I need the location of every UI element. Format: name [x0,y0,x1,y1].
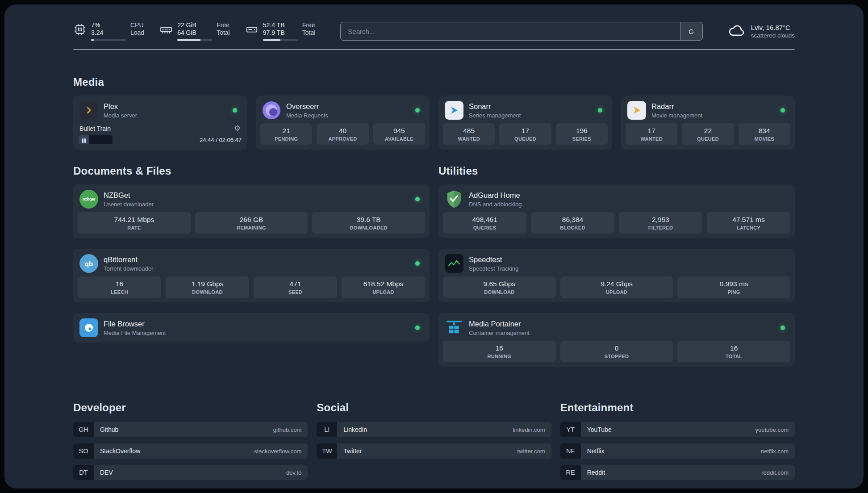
stat-label: RUNNING [445,354,554,359]
stat-value: 945 [375,127,423,135]
stat-value: 17 [627,127,676,135]
radarr-icon [627,101,646,120]
stat-value: 266 GB [197,216,306,224]
service-desc: DNS and adblocking [469,201,789,208]
search-provider-button[interactable]: G [680,22,702,40]
disk-total-value: 97.9 TB [263,29,298,37]
plex-card: Plex Media server Bullet Train ⚙ [73,96,247,150]
cpu-percent: 7% [91,21,126,29]
disk-free-value: 52.4 TB [263,21,298,29]
portainer-icon [445,318,463,337]
weather-condition: scattered clouds [751,32,795,39]
disk-total-label: Total [302,29,316,37]
service-name: File Browser [104,320,410,328]
bookmark-url: stackoverflow.com [254,448,301,455]
stat-label: QUEUED [501,136,549,142]
plex-now-playing-widget: Bullet Train ⚙ 24:44 / 02:06:47 [78,123,242,145]
utilities-section: Utilities AdGuard Home [438,150,795,377]
bookmark-url: github.com [273,426,302,433]
cpu-label: CPU [130,21,144,29]
topbar: 7% 3.24 CPU Load [73,21,795,41]
stat-box: 39.6 TB DOWNLOADED [312,212,425,234]
service-name: Media Portainer [469,320,775,328]
sonarr-service-link[interactable]: Sonarr Series management [443,100,608,123]
stat-label: FILTERED [621,225,701,230]
speedtest-service-link[interactable]: Speedtest Speedtest Tracking [443,253,790,276]
status-dot [780,326,785,330]
entertainment-section-title: Entertainment [560,401,795,414]
bookmark-dev[interactable]: DT DEV dev.to [73,465,308,480]
search-input[interactable] [341,22,680,40]
stat-box: 47.571 ms LATENCY [707,212,790,234]
adguard-service-link[interactable]: AdGuard Home DNS and adblocking [443,189,790,212]
stat-label: SERIES [558,136,606,142]
entertainment-bookmarks: Entertainment YT YouTube youtube.com NF … [560,377,795,486]
adguard-icon [445,190,463,209]
stat-value: 834 [740,127,789,135]
service-name: Plex [104,102,227,111]
stat-box: 471 SEED [254,276,337,298]
stat-value: 9.24 Gbps [562,280,672,288]
memory-total-label: Total [217,29,230,37]
nzbget-icon: nzbget [79,190,98,209]
memory-usage-bar [177,39,212,41]
stat-box: 945 AVAILABLE [373,123,425,145]
stat-box: 17 QUEUED [499,123,551,145]
portainer-service-link[interactable]: Media Portainer Container management [443,318,790,341]
overseerr-card: Overseerr Media Requests 21 PENDING 40 A… [256,96,430,150]
bookmark-reddit[interactable]: RE Reddit reddit.com [560,465,795,480]
stat-label: DOWNLOAD [445,289,554,295]
status-dot [415,108,420,113]
stat-value: 9.65 Gbps [445,280,554,288]
stat-label: REMAINING [197,225,306,230]
settings-gear-icon[interactable]: ⚙ [234,125,241,132]
service-desc: Movie management [651,112,775,119]
stat-label: STOPPED [562,354,672,359]
stat-value: 47.571 ms [709,216,789,224]
status-dot [780,108,785,113]
status-dot [415,261,420,266]
status-dot [598,108,602,113]
status-dot [415,326,420,330]
pause-button[interactable] [79,135,113,144]
overseerr-service-link[interactable]: Overseerr Media Requests [260,100,425,123]
pause-icon [82,137,86,144]
service-desc: Media Requests [286,112,410,119]
stat-box: 40 APPROVED [317,123,368,145]
disk-icon [245,23,259,38]
bookmark-name: DEV [100,469,113,476]
speedtest-card: Speedtest Speedtest Tracking 9.65 Gbps D… [438,249,795,302]
bookmark-stackoverflow[interactable]: SO StackOverflow stackoverflow.com [73,443,308,459]
sonarr-icon [445,101,463,120]
bookmark-name: Netflix [587,447,605,455]
bookmark-twitter[interactable]: TW Twitter twitter.com [317,443,551,459]
adguard-card: AdGuard Home DNS and adblocking 498,461 … [438,184,795,238]
bookmark-youtube[interactable]: YT YouTube youtube.com [560,422,795,437]
stat-value: 16 [679,344,789,352]
service-name: Sonarr [469,102,593,111]
weather-widget: Lviv, 16.87°C scattered clouds [728,23,795,39]
stat-label: WANTED [627,136,676,142]
nzbget-service-link[interactable]: nzbget NZBGet Usenet downloader [78,189,425,212]
bookmark-linkedin[interactable]: LI LinkedIn linkedin.com [317,422,551,437]
stat-label: RATE [79,225,189,230]
stat-label: LATENCY [709,225,789,230]
cpu-load-label: Load [130,29,144,37]
stat-value: 86,384 [533,216,613,224]
stat-value: 618.52 Mbps [343,280,423,288]
filebrowser-service-link[interactable]: File Browser Media File Management [78,318,425,338]
bookmark-netflix[interactable]: NF Netflix netflix.com [560,443,795,459]
radarr-service-link[interactable]: Radarr Movie management [626,100,790,123]
qbittorrent-service-link[interactable]: qb qBittorrent Torrent downloader [78,253,425,276]
stat-label: QUEUED [684,136,732,142]
nzbget-card: nzbget NZBGet Usenet downloader 744.21 M… [73,184,430,238]
stat-box: 834 MOVIES [739,123,790,145]
bookmark-github[interactable]: GH Github github.com [73,422,308,437]
utilities-section-title: Utilities [438,165,795,177]
plex-service-link[interactable]: Plex Media server [78,100,242,123]
service-desc: Media server [104,112,227,119]
stat-box: 196 SERIES [556,123,608,145]
radarr-card: Radarr Movie management 17 WANTED 22 QUE… [621,96,795,150]
status-dot [415,197,420,201]
media-section-title: Media [73,76,795,88]
